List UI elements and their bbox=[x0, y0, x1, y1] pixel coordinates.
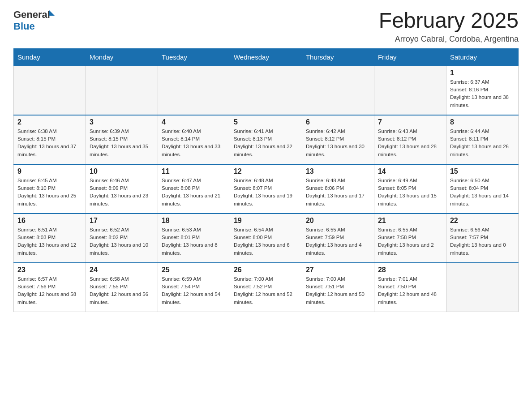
day-info: Sunrise: 6:39 AMSunset: 8:15 PMDaylight:… bbox=[90, 128, 154, 158]
day-info: Sunrise: 6:47 AMSunset: 8:08 PMDaylight:… bbox=[162, 177, 226, 208]
calendar-header-row: SundayMondayTuesdayWednesdayThursdayFrid… bbox=[14, 48, 519, 66]
col-header-wednesday: Wednesday bbox=[230, 48, 302, 66]
day-info: Sunrise: 6:40 AMSunset: 8:14 PMDaylight:… bbox=[162, 128, 226, 158]
day-number: 16 bbox=[17, 217, 82, 225]
col-header-saturday: Saturday bbox=[446, 48, 518, 66]
day-info: Sunrise: 6:54 AMSunset: 8:00 PMDaylight:… bbox=[234, 226, 298, 257]
day-info: Sunrise: 6:58 AMSunset: 7:55 PMDaylight:… bbox=[90, 275, 154, 306]
day-number: 14 bbox=[378, 167, 442, 176]
day-info: Sunrise: 6:48 AMSunset: 8:07 PMDaylight:… bbox=[234, 177, 298, 208]
calendar-cell: 5Sunrise: 6:41 AMSunset: 8:13 PMDaylight… bbox=[230, 115, 302, 164]
day-number: 7 bbox=[378, 118, 442, 126]
day-info: Sunrise: 6:50 AMSunset: 8:04 PMDaylight:… bbox=[450, 177, 515, 208]
day-number: 27 bbox=[306, 266, 370, 274]
day-info: Sunrise: 6:46 AMSunset: 8:09 PMDaylight:… bbox=[90, 177, 154, 208]
col-header-thursday: Thursday bbox=[302, 48, 374, 66]
logo: General Blue bbox=[13, 9, 55, 32]
calendar-cell: 19Sunrise: 6:54 AMSunset: 8:00 PMDayligh… bbox=[230, 214, 302, 263]
calendar-cell: 8Sunrise: 6:44 AMSunset: 8:11 PMDaylight… bbox=[446, 115, 518, 164]
day-number: 13 bbox=[306, 167, 370, 176]
day-number: 17 bbox=[90, 217, 154, 225]
week-row-3: 9Sunrise: 6:45 AMSunset: 8:10 PMDaylight… bbox=[14, 164, 519, 214]
calendar-cell: 26Sunrise: 7:00 AMSunset: 7:52 PMDayligh… bbox=[230, 263, 302, 312]
day-number: 10 bbox=[90, 167, 154, 176]
day-number: 22 bbox=[450, 217, 515, 225]
calendar-cell: 12Sunrise: 6:48 AMSunset: 8:07 PMDayligh… bbox=[230, 164, 302, 214]
week-row-5: 23Sunrise: 6:57 AMSunset: 7:56 PMDayligh… bbox=[14, 263, 519, 312]
calendar-cell: 2Sunrise: 6:38 AMSunset: 8:15 PMDaylight… bbox=[14, 115, 86, 164]
week-row-2: 2Sunrise: 6:38 AMSunset: 8:15 PMDaylight… bbox=[14, 115, 519, 164]
calendar-cell: 14Sunrise: 6:49 AMSunset: 8:05 PMDayligh… bbox=[374, 164, 446, 214]
day-info: Sunrise: 6:56 AMSunset: 7:57 PMDaylight:… bbox=[450, 226, 515, 257]
day-info: Sunrise: 6:38 AMSunset: 8:15 PMDaylight:… bbox=[17, 128, 82, 158]
calendar-cell bbox=[302, 66, 374, 115]
calendar-cell: 11Sunrise: 6:47 AMSunset: 8:08 PMDayligh… bbox=[158, 164, 230, 214]
calendar-cell: 27Sunrise: 7:00 AMSunset: 7:51 PMDayligh… bbox=[302, 263, 374, 312]
calendar-cell: 6Sunrise: 6:42 AMSunset: 8:12 PMDaylight… bbox=[302, 115, 374, 164]
week-row-1: 1Sunrise: 6:37 AMSunset: 8:16 PMDaylight… bbox=[14, 66, 519, 115]
calendar-cell bbox=[230, 66, 302, 115]
day-info: Sunrise: 6:42 AMSunset: 8:12 PMDaylight:… bbox=[306, 128, 370, 158]
day-number: 19 bbox=[234, 217, 298, 225]
day-info: Sunrise: 7:00 AMSunset: 7:51 PMDaylight:… bbox=[306, 275, 370, 306]
calendar-cell: 16Sunrise: 6:51 AMSunset: 8:03 PMDayligh… bbox=[14, 214, 86, 263]
day-info: Sunrise: 7:01 AMSunset: 7:50 PMDaylight:… bbox=[378, 275, 442, 306]
day-number: 1 bbox=[450, 69, 515, 77]
calendar-table: SundayMondayTuesdayWednesdayThursdayFrid… bbox=[13, 48, 519, 313]
day-info: Sunrise: 6:52 AMSunset: 8:02 PMDaylight:… bbox=[90, 226, 154, 257]
day-number: 20 bbox=[306, 217, 370, 225]
day-number: 25 bbox=[162, 266, 226, 274]
calendar-cell: 13Sunrise: 6:48 AMSunset: 8:06 PMDayligh… bbox=[302, 164, 374, 214]
week-row-4: 16Sunrise: 6:51 AMSunset: 8:03 PMDayligh… bbox=[14, 214, 519, 263]
day-number: 11 bbox=[162, 167, 226, 176]
logo-general-text: General bbox=[13, 9, 50, 21]
day-number: 4 bbox=[162, 118, 226, 126]
day-number: 9 bbox=[17, 167, 82, 176]
title-area: February 2025 Arroyo Cabral, Cordoba, Ar… bbox=[379, 9, 519, 44]
day-info: Sunrise: 6:55 AMSunset: 7:59 PMDaylight:… bbox=[306, 226, 370, 257]
day-number: 5 bbox=[234, 118, 298, 126]
day-info: Sunrise: 6:53 AMSunset: 8:01 PMDaylight:… bbox=[162, 226, 226, 257]
day-number: 21 bbox=[378, 217, 442, 225]
calendar-cell: 3Sunrise: 6:39 AMSunset: 8:15 PMDaylight… bbox=[86, 115, 158, 164]
day-info: Sunrise: 6:44 AMSunset: 8:11 PMDaylight:… bbox=[450, 128, 515, 158]
calendar-cell bbox=[374, 66, 446, 115]
calendar-cell: 21Sunrise: 6:55 AMSunset: 7:58 PMDayligh… bbox=[374, 214, 446, 263]
day-number: 6 bbox=[306, 118, 370, 126]
day-number: 8 bbox=[450, 118, 515, 126]
col-header-tuesday: Tuesday bbox=[158, 48, 230, 66]
calendar-cell: 22Sunrise: 6:56 AMSunset: 7:57 PMDayligh… bbox=[446, 214, 518, 263]
day-info: Sunrise: 6:37 AMSunset: 8:16 PMDaylight:… bbox=[450, 78, 515, 109]
calendar-cell: 25Sunrise: 6:59 AMSunset: 7:54 PMDayligh… bbox=[158, 263, 230, 312]
calendar-cell: 20Sunrise: 6:55 AMSunset: 7:59 PMDayligh… bbox=[302, 214, 374, 263]
calendar-cell: 1Sunrise: 6:37 AMSunset: 8:16 PMDaylight… bbox=[446, 66, 518, 115]
day-info: Sunrise: 6:49 AMSunset: 8:05 PMDaylight:… bbox=[378, 177, 442, 208]
calendar-cell: 23Sunrise: 6:57 AMSunset: 7:56 PMDayligh… bbox=[14, 263, 86, 312]
day-info: Sunrise: 6:51 AMSunset: 8:03 PMDaylight:… bbox=[17, 226, 82, 257]
calendar-cell: 17Sunrise: 6:52 AMSunset: 8:02 PMDayligh… bbox=[86, 214, 158, 263]
day-info: Sunrise: 6:59 AMSunset: 7:54 PMDaylight:… bbox=[162, 275, 226, 306]
calendar-cell: 7Sunrise: 6:43 AMSunset: 8:12 PMDaylight… bbox=[374, 115, 446, 164]
col-header-sunday: Sunday bbox=[14, 48, 86, 66]
month-title: February 2025 bbox=[379, 9, 519, 33]
day-info: Sunrise: 6:43 AMSunset: 8:12 PMDaylight:… bbox=[378, 128, 442, 158]
day-info: Sunrise: 6:57 AMSunset: 7:56 PMDaylight:… bbox=[17, 275, 82, 306]
calendar-cell: 24Sunrise: 6:58 AMSunset: 7:55 PMDayligh… bbox=[86, 263, 158, 312]
col-header-monday: Monday bbox=[86, 48, 158, 66]
logo-blue-text: Blue bbox=[13, 21, 55, 32]
calendar-cell bbox=[86, 66, 158, 115]
day-number: 23 bbox=[17, 266, 82, 274]
calendar-cell bbox=[446, 263, 518, 312]
day-info: Sunrise: 6:41 AMSunset: 8:13 PMDaylight:… bbox=[234, 128, 298, 158]
calendar-cell: 4Sunrise: 6:40 AMSunset: 8:14 PMDaylight… bbox=[158, 115, 230, 164]
location-subtitle: Arroyo Cabral, Cordoba, Argentina bbox=[379, 34, 519, 44]
calendar-cell bbox=[14, 66, 86, 115]
day-number: 24 bbox=[90, 266, 154, 274]
day-info: Sunrise: 6:55 AMSunset: 7:58 PMDaylight:… bbox=[378, 226, 442, 257]
day-number: 26 bbox=[234, 266, 298, 274]
col-header-friday: Friday bbox=[374, 48, 446, 66]
day-info: Sunrise: 7:00 AMSunset: 7:52 PMDaylight:… bbox=[234, 275, 298, 306]
logo-triangle-icon bbox=[49, 10, 55, 16]
calendar-cell: 18Sunrise: 6:53 AMSunset: 8:01 PMDayligh… bbox=[158, 214, 230, 263]
calendar-cell: 28Sunrise: 7:01 AMSunset: 7:50 PMDayligh… bbox=[374, 263, 446, 312]
